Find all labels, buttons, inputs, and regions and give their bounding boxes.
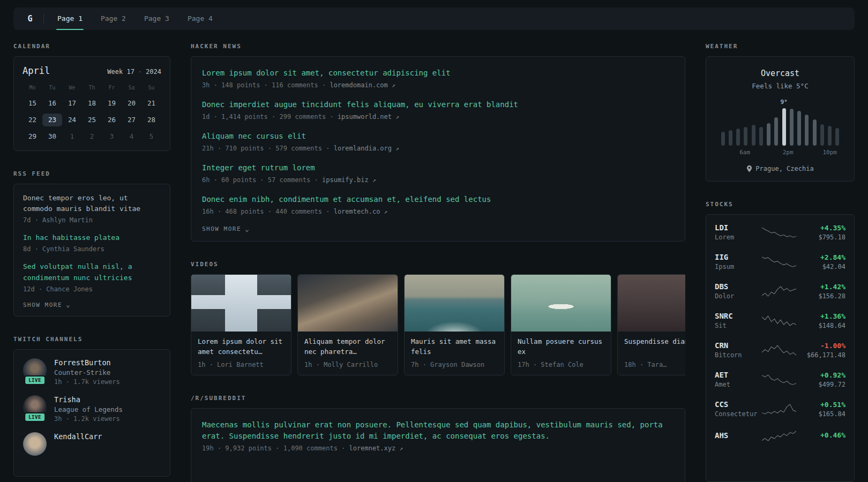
- weather-peak-temperature: 9°: [781, 99, 788, 106]
- stock-change: +2.84%: [796, 253, 845, 261]
- hn-item-title[interactable]: Integer eget rutrum lorem: [202, 162, 674, 174]
- calendar-day-next-month: 3: [102, 130, 122, 143]
- rss-item: In hac habitasse platea 8d · Cynthia Sau…: [23, 232, 161, 253]
- stock-row[interactable]: AET Amet +0.92% $499.72: [715, 365, 845, 394]
- twitch-channel-game: Counter-Strike: [54, 368, 120, 376]
- stock-identity: IIG Ipsum: [715, 253, 762, 270]
- weather-widget: Overcast Feels like 5°C 9° 6am 2pm 10pm …: [706, 56, 855, 182]
- hn-item-title[interactable]: Donec enim nibh, condimentum et accumsan…: [202, 194, 674, 205]
- hn-item-domain[interactable]: ipsumworld.net ↗: [338, 113, 399, 120]
- day-header: Mo: [23, 82, 42, 93]
- video-meta: 1h · Molly Carrillo: [304, 361, 391, 368]
- hn-item-title[interactable]: Aliquam nec cursus elit: [202, 131, 674, 142]
- stock-row[interactable]: IIG Ipsum +2.84% $42.04: [715, 247, 845, 276]
- hn-item: Integer eget rutrum lorem 6h · 60 points…: [202, 162, 674, 184]
- twitch-widget-title: TWITCH CHANNELS: [13, 336, 170, 343]
- twitch-channel-name: ForrestBurton: [54, 358, 120, 367]
- video-card[interactable]: Nullam posuere cursus ex 17h · Stefan Co…: [511, 274, 611, 375]
- chevron-down-icon: ⌄: [66, 303, 71, 307]
- twitch-channel-game: League of Legends: [54, 405, 123, 413]
- video-card[interactable]: Mauris sit amet massa felis 7h · Grayson…: [404, 274, 505, 375]
- tab-page-3[interactable]: Page 3: [135, 7, 178, 30]
- hn-item-domain[interactable]: loremdomain.com ↗: [330, 81, 395, 89]
- show-more-label: SHOW MORE: [202, 225, 241, 232]
- tab-page-4[interactable]: Page 4: [178, 7, 222, 30]
- stock-row[interactable]: CRN Bitcorn -1.00% $66,171.48: [715, 335, 845, 365]
- tab-page-1[interactable]: Page 1: [48, 7, 92, 30]
- stock-values: +1.36% $148.64: [796, 312, 845, 329]
- stock-price: $148.64: [796, 322, 845, 329]
- left-column: CALENDAR April Week 17 · 2024 Mo Tu We T…: [13, 43, 170, 482]
- video-card-body: Nullam posuere cursus ex 17h · Stefan Co…: [511, 332, 611, 375]
- hn-item-domain[interactable]: ipsumify.biz ↗: [322, 176, 376, 184]
- calendar-day: 28: [141, 114, 161, 126]
- hacker-news-widget-title: HACKER NEWS: [191, 43, 685, 50]
- twitch-channel-info: KendallCarr: [54, 432, 102, 458]
- calendar-day: 19: [102, 97, 122, 110]
- rss-item-meta: 7d · Ashlyn Martin: [23, 216, 161, 224]
- weather-bar-slot: [727, 99, 734, 146]
- stock-row[interactable]: DBS Dolor +1.42% $156.28: [715, 276, 845, 306]
- video-thumbnail: [511, 275, 611, 332]
- stock-price: $795.18: [796, 234, 845, 241]
- hn-item-domain[interactable]: loremlandia.org ↗: [334, 145, 399, 152]
- stock-name: Lorem: [715, 234, 762, 241]
- hn-item-domain[interactable]: loremtech.co ↗: [334, 208, 388, 215]
- video-card[interactable]: Aliquam tempor dolor nec pharetra… 1h · …: [297, 274, 398, 375]
- weather-bar-slot: [765, 99, 773, 146]
- subreddit-meta-text: 19h · 9,932 points · 1,090 comments ·: [202, 445, 345, 452]
- live-badge: LIVE: [24, 412, 46, 422]
- stock-row[interactable]: CCS Consectetur +0.51% $165.84: [715, 394, 845, 424]
- video-title: Lorem ipsum dolor sit amet consectetu…: [198, 337, 285, 357]
- twitch-channel-row[interactable]: LIVE ForrestBurton Counter-Strike 1h · 1…: [23, 358, 161, 386]
- hn-show-more-button[interactable]: SHOW MORE ⌄: [202, 225, 674, 232]
- hn-item-title[interactable]: Donec imperdiet augue tincidunt felis al…: [202, 99, 674, 110]
- video-thumbnail: [298, 275, 398, 332]
- hn-item: Lorem ipsum dolor sit amet, consectetur …: [202, 67, 674, 89]
- stock-change: +0.92%: [796, 371, 845, 379]
- weather-bar-slot: [719, 99, 727, 146]
- rss-item-title[interactable]: Sed volutpat nulla nisl, a condimentum n…: [23, 261, 161, 283]
- calendar-day: 15: [23, 97, 42, 110]
- video-card[interactable]: Suspendisse diam 18h · Tara…: [617, 274, 685, 375]
- video-meta: 18h · Tara…: [624, 361, 685, 368]
- twitch-channel-row[interactable]: LIVE Trisha League of Legends 3h · 1.2k …: [23, 395, 161, 423]
- weather-bar-slot: [818, 99, 826, 146]
- hn-item: Donec enim nibh, condimentum et accumsan…: [202, 194, 674, 215]
- tab-page-2[interactable]: Page 2: [92, 7, 135, 30]
- external-link-icon: ↗: [399, 445, 403, 452]
- day-header: Sa: [122, 82, 141, 93]
- weather-bar: [782, 108, 786, 146]
- stock-row[interactable]: LDI Lorem +4.35% $795.18: [715, 217, 845, 247]
- middle-column: HACKER NEWS Lorem ipsum dolor sit amet, …: [191, 43, 685, 482]
- subreddit-post-domain[interactable]: loremnet.xyz ↗: [349, 445, 403, 452]
- stock-change: +0.46%: [796, 431, 845, 439]
- stock-identity: LDI Lorem: [715, 223, 762, 241]
- calendar-day: 16: [42, 97, 62, 110]
- weather-bar-slot: [811, 99, 818, 146]
- stock-price: $42.04: [796, 263, 845, 270]
- videos-widget: Lorem ipsum dolor sit amet consectetu… 1…: [191, 274, 685, 375]
- external-link-icon: ↗: [395, 145, 399, 152]
- calendar-day: 22: [23, 114, 42, 126]
- stock-row[interactable]: AHS +0.46%: [715, 424, 845, 448]
- day-header: Su: [141, 82, 161, 93]
- stock-price: $499.72: [796, 381, 845, 388]
- rss-item-title[interactable]: Donec tempor eros leo, ut commodo mauris…: [23, 193, 161, 214]
- stock-row[interactable]: SNRC Sit +1.36% $148.64: [715, 306, 845, 335]
- hn-item-title[interactable]: Lorem ipsum dolor sit amet, consectetur …: [202, 67, 674, 79]
- rss-show-more-button[interactable]: SHOW MORE ⌄: [23, 302, 161, 308]
- video-card[interactable]: Lorem ipsum dolor sit amet consectetu… 1…: [191, 274, 291, 375]
- twitch-avatar-wrap: LIVE: [23, 358, 47, 384]
- external-link-icon: ↗: [395, 114, 399, 120]
- subreddit-post-title[interactable]: Maecenas mollis pulvinar erat non posuer…: [202, 419, 674, 442]
- hn-item-meta: 1d · 1,414 points · 299 comments · ipsum…: [202, 113, 674, 120]
- weather-bar: [813, 119, 817, 146]
- top-nav: G Page 1 Page 2 Page 3 Page 4: [13, 7, 855, 30]
- stock-identity: SNRC Sit: [715, 312, 762, 329]
- app-logo[interactable]: G: [21, 14, 39, 24]
- rss-item-title[interactable]: In hac habitasse platea: [23, 232, 161, 243]
- stock-name: Amet: [715, 381, 762, 388]
- video-title: Nullam posuere cursus ex: [518, 337, 604, 357]
- twitch-channel-row[interactable]: KendallCarr: [23, 432, 161, 458]
